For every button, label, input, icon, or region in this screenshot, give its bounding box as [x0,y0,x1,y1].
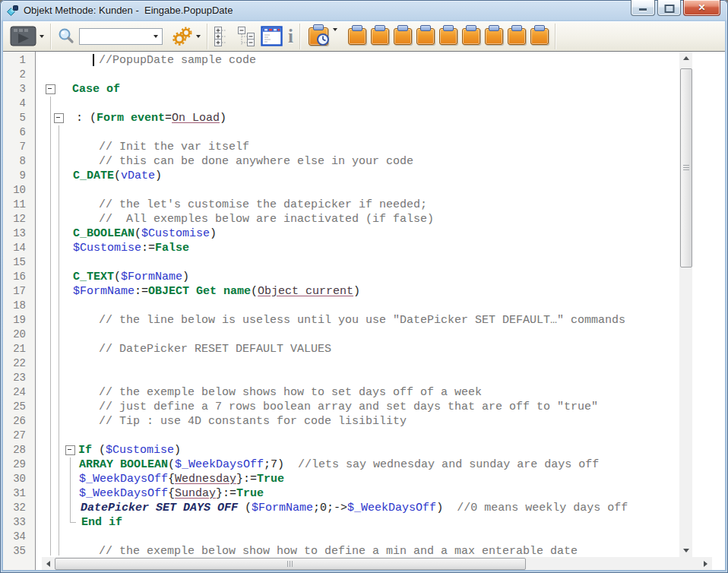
collapse-all-button[interactable] [234,24,258,49]
line-number: 15 [13,255,26,270]
scroll-right-button[interactable] [699,557,712,570]
line-number: 12 [13,212,26,226]
expand-all-button[interactable] [211,24,234,49]
run-dropdown-arrow[interactable] [40,35,44,38]
clipboard-6-button[interactable] [462,28,480,45]
code-editor[interactable]: 1234567891011121314151617181920212223242… [3,52,725,570]
code-line[interactable]: // DatePicker RESET DEFAULT VALUES [99,342,331,356]
search-combo-arrow[interactable] [150,30,162,43]
method-settings-button[interactable] [170,24,203,49]
code-line[interactable]: : (Form event=On Load) [76,111,226,125]
close-icon: ✕ [698,2,705,13]
macros-dropdown-arrow[interactable] [333,28,337,31]
run-method-button[interactable] [8,24,46,49]
clipboard-1-button[interactable] [348,28,366,45]
clipboard-7-button[interactable] [485,28,503,45]
code-line[interactable]: // Init the var itself [99,140,249,154]
line-number: 32 [13,501,26,515]
code-line[interactable]: $_WeekDaysOff{Sunday}:=True [79,486,264,501]
code-line[interactable]: // the exemple below show how to define … [99,544,578,557]
code-area[interactable]: //PopupDate sample codeCase of: (Form ev… [36,52,712,557]
arrow-left-icon [46,561,50,567]
line-number: 25 [13,400,26,414]
line-number: 5 [20,111,26,125]
code-line[interactable]: // this can be done anywhere else in you… [99,154,413,169]
code-line[interactable]: // just define a 7 rows boolean array an… [99,400,598,414]
code-line[interactable]: // the line below is useless until you u… [99,313,625,328]
code-line[interactable]: ARRAY BOOLEAN($_WeekDaysOff;7) //lets sa… [79,457,599,472]
line-number: 18 [13,299,26,313]
open-form-button[interactable] [258,24,286,49]
horizontal-scroll-thumb[interactable] [55,558,526,570]
settings-dropdown-arrow[interactable] [196,35,201,38]
code-line[interactable]: C_DATE(vDate) [73,169,162,183]
line-number: 14 [13,241,26,255]
code-line[interactable]: $FormName:=OBJECT Get name(Object curren… [73,284,360,299]
fold-guide-elbow [70,457,76,523]
vertical-scrollbar[interactable] [679,52,692,557]
minimize-button[interactable] [631,0,655,16]
code-line[interactable]: // the let's customise the datepicker if… [99,198,427,212]
code-token: }:= [236,473,257,486]
fold-collapse-toggle[interactable] [65,445,75,455]
code-line[interactable]: // Tip : use 4D constants for code lisib… [99,414,407,429]
code-line[interactable]: //PopupDate sample code [99,53,256,68]
code-line[interactable]: // the exemple below shows how to set da… [99,385,482,400]
scroll-left-button[interactable] [42,557,55,570]
code-token: C_DATE [73,169,114,182]
text-caret [93,54,94,66]
code-token: := [135,285,148,298]
title-bar[interactable]: Objekt Methode: Kunden - Eingabe.PopupDa… [0,0,728,21]
line-number: 21 [13,342,26,356]
code-token: //lets say wednesday and sunday are days… [298,458,599,471]
clipboard-8-button[interactable] [508,28,526,45]
search-input[interactable] [80,30,150,43]
code-token: ARRAY BOOLEAN [79,458,168,471]
code-token: $Customise [141,227,210,240]
fold-collapse-toggle[interactable] [54,113,64,123]
code-token: DatePicker SET DAYS OFF [81,502,238,514]
vertical-scroll-thumb[interactable] [680,68,692,268]
code-line[interactable]: C_BOOLEAN($Customise) [73,226,217,241]
line-number: 31 [13,486,26,501]
clipboard-4-button[interactable] [416,28,435,45]
clipboard-9-button[interactable] [530,28,549,45]
clipboard-3-button[interactable] [394,28,412,45]
maximize-button[interactable] [657,0,681,16]
info-icon: i [288,28,293,45]
scroll-down-button[interactable] [679,544,692,557]
code-line[interactable]: End if [81,515,122,530]
line-number: 27 [13,429,26,443]
line-number: 3 [20,82,26,97]
collapse-all-icon [236,27,256,46]
code-token: True [236,487,264,500]
code-token: vDate [121,169,155,182]
code-line[interactable]: DatePicker SET DAYS OFF ($FormName;0;->$… [81,501,628,515]
horizontal-scrollbar[interactable] [42,557,712,570]
code-line[interactable]: // All exemples below are inactivated (i… [99,212,434,226]
line-number: 8 [20,154,26,169]
clipboard-5-button[interactable] [439,28,457,45]
arrow-up-icon [683,56,689,60]
code-line[interactable]: C_TEXT($FormName) [73,270,189,284]
code-token: // the exemple below show how to define … [99,545,578,557]
code-token: //0 means weekly days off [457,502,628,514]
code-token: $_WeekDaysOff [347,502,436,514]
code-token: $FormName [121,271,182,283]
code-line[interactable]: Case of [72,82,120,97]
code-line[interactable]: If ($Customise) [78,443,181,457]
code-token: If [78,444,92,457]
code-line[interactable]: $Customise:=False [73,241,189,255]
macros-button[interactable] [304,24,340,49]
search-combobox[interactable] [79,28,163,45]
line-number: 30 [13,472,26,486]
close-button[interactable]: ✕ [683,0,720,16]
code-line[interactable]: $_WeekDaysOff{Wednesday}:=True [79,472,284,486]
line-number: 9 [20,169,26,183]
clipboard-2-button[interactable] [371,28,389,45]
fold-collapse-toggle[interactable] [46,84,55,94]
method-info-button[interactable]: i [286,24,296,49]
search-button[interactable] [55,24,78,49]
line-number: 6 [20,125,26,140]
scroll-up-button[interactable] [679,52,692,65]
